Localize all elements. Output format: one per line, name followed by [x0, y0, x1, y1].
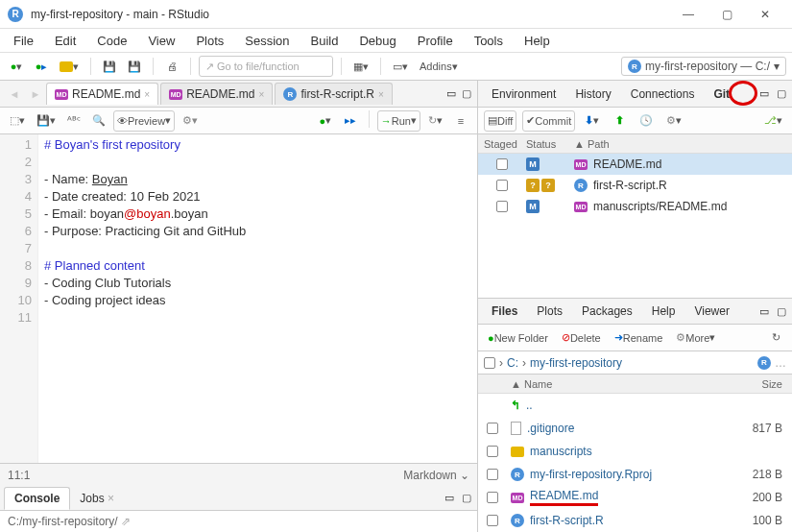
- git-file-row[interactable]: MMDREADME.md: [478, 154, 792, 175]
- git-file-row[interactable]: MMDmanuscripts/README.md: [478, 196, 792, 217]
- save-doc-button[interactable]: 💾▾: [33, 110, 60, 132]
- save-all-button[interactable]: 💾: [124, 56, 145, 77]
- more-button[interactable]: ⚙ More ▾: [672, 327, 719, 349]
- project-selector[interactable]: R my-first-repository — C:/ ▾: [621, 57, 786, 76]
- tab-console[interactable]: Console: [4, 487, 70, 510]
- preview-button[interactable]: 👁 Preview ▾: [113, 110, 175, 132]
- file-row[interactable]: manuscripts: [478, 440, 792, 463]
- delete-button[interactable]: ⊘ Delete: [558, 327, 605, 349]
- file-row[interactable]: Rmy-first-repository.Rproj218 B: [478, 463, 792, 486]
- diff-button[interactable]: ▤ Diff: [484, 110, 516, 132]
- pull-button[interactable]: ⬇▾: [581, 110, 603, 132]
- print-button[interactable]: 🖨: [161, 56, 182, 77]
- r-project-icon[interactable]: R: [757, 356, 771, 370]
- git-branch-button[interactable]: ⎇▾: [760, 110, 786, 132]
- outline-toggle-button[interactable]: ≡: [450, 110, 471, 132]
- menu-edit[interactable]: Edit: [45, 32, 85, 50]
- push-button[interactable]: ⬆: [609, 110, 630, 132]
- menu-tools[interactable]: Tools: [465, 32, 513, 50]
- rename-button[interactable]: ➜ Rename: [611, 327, 667, 349]
- file-checkbox[interactable]: [487, 492, 498, 503]
- run-button[interactable]: → Run ▾: [377, 110, 420, 132]
- menu-debug[interactable]: Debug: [349, 32, 405, 50]
- console-max-icon[interactable]: ▢: [460, 492, 473, 505]
- env-max-icon[interactable]: ▢: [775, 87, 788, 101]
- insert-chunk-button[interactable]: ●▾: [315, 110, 336, 132]
- pane-layout-button[interactable]: ▭▾: [389, 56, 412, 77]
- spellcheck-button[interactable]: ᴬᴮᶜ: [63, 110, 84, 132]
- new-file-button[interactable]: ●▾: [6, 56, 27, 77]
- grid-icon[interactable]: ▦▾: [349, 56, 372, 77]
- maximize-button[interactable]: ▢: [708, 0, 746, 29]
- stage-checkbox[interactable]: [496, 201, 508, 212]
- window-title: my-first-repository - main - RStudio: [31, 8, 669, 21]
- commit-button[interactable]: ✔ Commit: [522, 110, 575, 132]
- console-min-icon[interactable]: ▭: [443, 492, 456, 505]
- goto-chunk-button[interactable]: ▸▸: [340, 110, 361, 132]
- close-tab-icon[interactable]: ×: [378, 89, 384, 100]
- knit-options-button[interactable]: ⚙▾: [179, 110, 202, 132]
- source-button[interactable]: ↻▾: [424, 110, 446, 132]
- menu-view[interactable]: View: [138, 32, 184, 50]
- menu-build[interactable]: Build: [301, 32, 348, 50]
- env-min-icon[interactable]: ▭: [757, 87, 771, 101]
- menu-plots[interactable]: Plots: [186, 32, 233, 50]
- new-folder-button[interactable]: ● New Folder: [484, 327, 552, 349]
- editor-tab[interactable]: Rfirst-R-script.R×: [275, 83, 393, 105]
- folder-icon: [511, 447, 524, 457]
- tab-environment[interactable]: Environment: [482, 84, 565, 105]
- select-all-checkbox[interactable]: [484, 357, 495, 369]
- menu-code[interactable]: Code: [87, 32, 136, 50]
- find-button[interactable]: 🔍: [88, 110, 109, 132]
- file-checkbox[interactable]: [487, 446, 498, 457]
- save-button[interactable]: 💾: [99, 56, 120, 77]
- stage-checkbox[interactable]: [496, 158, 508, 170]
- pane-max-icon[interactable]: ▢: [460, 87, 473, 101]
- tab-plots[interactable]: Plots: [527, 301, 572, 322]
- tab-connections[interactable]: Connections: [621, 84, 705, 105]
- back-button[interactable]: ◄: [4, 84, 25, 105]
- editor-tab[interactable]: MDREADME.md×: [160, 83, 273, 105]
- close-tab-icon[interactable]: ×: [144, 89, 150, 100]
- file-checkbox[interactable]: [487, 469, 498, 480]
- file-type-selector[interactable]: Markdown ⌄: [403, 469, 469, 482]
- console-body[interactable]: C:/my-first-repository/ ⇗: [0, 511, 477, 532]
- file-checkbox[interactable]: [487, 423, 498, 434]
- files-breadcrumb[interactable]: › C: › my-first-repository R …: [478, 351, 792, 375]
- show-outline-button[interactable]: ⬚▾: [6, 110, 29, 132]
- editor-tab[interactable]: MDREADME.md×: [46, 83, 158, 105]
- tab-viewer[interactable]: Viewer: [684, 301, 738, 322]
- new-project-button[interactable]: ●▸: [31, 56, 52, 77]
- goto-file-input[interactable]: ↗ Go to file/function: [199, 56, 333, 77]
- stage-checkbox[interactable]: [496, 180, 508, 191]
- close-button[interactable]: ✕: [746, 0, 784, 29]
- git-history-button[interactable]: 🕓: [636, 110, 657, 132]
- tab-help[interactable]: Help: [642, 301, 685, 322]
- open-file-button[interactable]: ▾: [56, 56, 83, 77]
- menu-file[interactable]: File: [4, 32, 43, 50]
- tab-jobs[interactable]: Jobs ×: [70, 488, 124, 509]
- menu-profile[interactable]: Profile: [408, 32, 463, 50]
- files-max-icon[interactable]: ▢: [775, 304, 788, 318]
- menu-help[interactable]: Help: [515, 32, 560, 50]
- minimize-button[interactable]: —: [669, 0, 708, 29]
- file-row[interactable]: MDREADME.md200 B: [478, 486, 792, 509]
- close-tab-icon[interactable]: ×: [259, 89, 265, 100]
- addins-button[interactable]: Addins ▾: [416, 56, 462, 77]
- refresh-button[interactable]: ↻: [765, 327, 786, 349]
- tab-history[interactable]: History: [565, 84, 620, 105]
- file-row[interactable]: Rfirst-R-script.R100 B: [478, 509, 792, 532]
- tab-git[interactable]: Git: [704, 84, 739, 105]
- tab-files[interactable]: Files: [482, 301, 527, 322]
- file-row[interactable]: ↰..: [478, 394, 792, 417]
- file-row[interactable]: .gitignore817 B: [478, 417, 792, 440]
- git-file-row[interactable]: ??Rfirst-R-script.R: [478, 175, 792, 196]
- pane-min-icon[interactable]: ▭: [444, 87, 458, 101]
- menu-session[interactable]: Session: [235, 32, 299, 50]
- files-min-icon[interactable]: ▭: [757, 304, 771, 318]
- git-more-button[interactable]: ⚙▾: [662, 110, 685, 132]
- file-checkbox[interactable]: [487, 515, 498, 526]
- code-editor[interactable]: 1234567891011 # Boyan's first repository…: [0, 134, 477, 463]
- forward-button[interactable]: ►: [25, 84, 46, 105]
- tab-packages[interactable]: Packages: [572, 301, 642, 322]
